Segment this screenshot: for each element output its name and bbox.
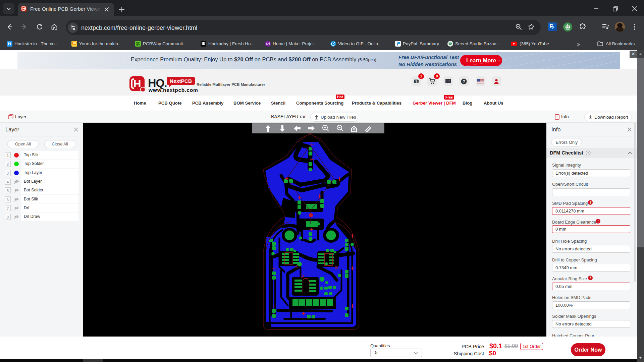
svg-text:?: ? xyxy=(463,79,465,83)
svg-text:$: $ xyxy=(416,79,418,83)
svg-text:?: ? xyxy=(587,151,589,155)
